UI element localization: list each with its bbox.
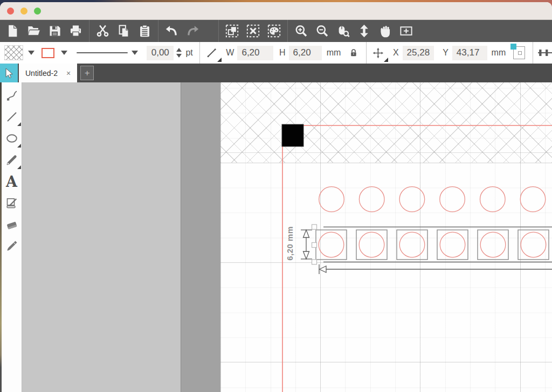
stroke-width-input[interactable]: 0,00 (147, 46, 174, 60)
tab-close-icon[interactable]: × (66, 69, 71, 78)
width-input[interactable]: 6,20 (237, 46, 273, 60)
hole-circle[interactable] (319, 187, 344, 212)
selected-square-object[interactable] (282, 124, 303, 146)
zoom-out-button[interactable] (312, 20, 333, 42)
cut-button[interactable] (92, 20, 113, 42)
cell-square[interactable] (356, 230, 387, 260)
stroke-color-swatch[interactable] (42, 48, 55, 58)
y-input[interactable]: 43,17 (452, 46, 487, 60)
save-icon (47, 24, 62, 38)
tool-text[interactable]: A (2, 171, 22, 192)
pan-hand-icon (378, 24, 392, 38)
desk-area[interactable] (181, 82, 220, 392)
text-tool-icon: A (6, 174, 17, 189)
zoom-pointer-button[interactable] (333, 20, 354, 42)
cell-hole-circle[interactable] (319, 232, 344, 257)
top-circles[interactable] (319, 187, 546, 212)
anchor-point-selector[interactable] (513, 46, 525, 59)
position-flyout-triangle-icon[interactable] (384, 58, 388, 62)
size-flyout-triangle-icon[interactable] (217, 58, 222, 62)
dimension-arrowhead-left (320, 266, 327, 272)
tool-ellipse[interactable] (2, 128, 22, 149)
move-icon[interactable] (372, 47, 384, 59)
copy-button[interactable] (113, 20, 134, 42)
diagonal-line-icon[interactable] (206, 46, 218, 59)
horizontal-dimension[interactable] (319, 264, 552, 274)
tool-bezier[interactable] (2, 85, 22, 106)
drawing-canvas[interactable]: 6,20 mm (220, 82, 552, 392)
hole-circle[interactable] (440, 187, 465, 212)
new-document-button[interactable] (2, 20, 23, 42)
formatbar-separator (366, 42, 367, 64)
tab-untitled-2[interactable]: Untitled-2 × (19, 64, 77, 82)
tool-palette: A (2, 82, 22, 392)
app-window: 0,00 pt W 6,20 H 6,20 mm X 25,28 Y 43,17… (0, 2, 552, 392)
hole-circle[interactable] (480, 187, 506, 212)
cell-row[interactable] (316, 230, 549, 260)
cell-hole-circle[interactable] (399, 232, 425, 257)
height-input[interactable]: 6,20 (289, 46, 322, 60)
selection-handle[interactable] (312, 225, 317, 229)
stroke-width-stepper[interactable] (176, 48, 182, 58)
duplicate-selection-button[interactable] (222, 20, 243, 42)
save-button[interactable] (44, 20, 65, 42)
redo-button[interactable] (182, 20, 203, 42)
fit-view-button[interactable] (354, 20, 375, 42)
new-tab-button[interactable]: + (80, 66, 94, 80)
center-view-button[interactable] (396, 20, 417, 42)
undo-button[interactable] (161, 20, 182, 42)
tool-knife[interactable] (2, 235, 22, 257)
fill-pattern-swatch[interactable] (4, 45, 23, 60)
toolbar-separator (158, 20, 158, 42)
stroke-color-caret-icon[interactable] (61, 51, 67, 55)
tool-line[interactable] (2, 106, 22, 128)
redo-icon (185, 24, 200, 38)
line-style-caret-icon[interactable] (132, 51, 138, 55)
zoom-in-button[interactable] (291, 20, 312, 42)
cell-hole-circle[interactable] (480, 232, 506, 257)
cell-square[interactable] (397, 230, 427, 260)
selection-handle[interactable] (312, 260, 317, 264)
anchor-selected-corner (510, 44, 516, 50)
cell-square[interactable] (518, 230, 549, 260)
lock-icon[interactable] (348, 47, 359, 59)
close-window-button[interactable] (7, 8, 14, 15)
fill-pattern-caret-icon[interactable] (28, 51, 34, 55)
pencil-tool-icon (5, 153, 18, 166)
color-selection-button[interactable] (264, 20, 285, 42)
position-unit: mm (492, 48, 506, 58)
cell-square[interactable] (478, 230, 508, 260)
delete-selection-button[interactable] (243, 20, 264, 42)
minimize-window-button[interactable] (20, 8, 27, 15)
pan-button[interactable] (375, 20, 396, 42)
hole-circle[interactable] (520, 187, 546, 212)
vertical-dimension[interactable]: 6,20 mm (285, 226, 312, 261)
flyout-triangle-icon (17, 144, 21, 148)
size-unit: mm (327, 48, 341, 58)
tool-pencil[interactable] (2, 149, 22, 171)
line-style-preview[interactable] (77, 52, 128, 54)
tool-select-arrow[interactable] (0, 64, 18, 82)
print-icon (68, 24, 83, 38)
cell-square[interactable] (316, 230, 347, 260)
open-button[interactable] (23, 20, 44, 42)
toolbar-separator (89, 20, 89, 42)
x-input[interactable]: 25,28 (403, 46, 434, 60)
hole-circle[interactable] (359, 187, 384, 212)
toolbar-separator (287, 20, 288, 42)
cell-square[interactable] (437, 230, 468, 260)
print-button[interactable] (65, 20, 86, 42)
selection-handle[interactable] (312, 243, 317, 248)
zoom-window-button[interactable] (34, 8, 41, 15)
dimension-label: 6,20 mm (285, 226, 294, 261)
cell-hole-circle[interactable] (521, 232, 546, 257)
distribute-icon[interactable] (538, 46, 552, 60)
tool-eraser[interactable] (2, 214, 22, 235)
cell-hole-circle[interactable] (440, 232, 465, 257)
dimension-arrowhead-down (303, 251, 309, 259)
cell-hole-circle[interactable] (359, 232, 384, 257)
hole-circle[interactable] (399, 187, 425, 212)
height-label: H (279, 48, 286, 58)
paste-button[interactable] (134, 20, 155, 42)
tool-sheet[interactable] (2, 192, 22, 214)
